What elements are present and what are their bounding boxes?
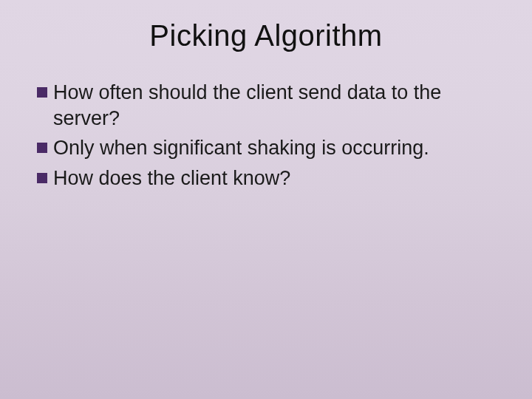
list-item: Only when significant shaking is occurri… xyxy=(37,135,495,161)
square-bullet-icon xyxy=(37,173,47,183)
slide-body: How often should the client send data to… xyxy=(37,80,495,195)
bullet-text: Only when significant shaking is occurri… xyxy=(53,135,495,161)
list-item: How often should the client send data to… xyxy=(37,80,495,131)
bullet-text: How does the client know? xyxy=(53,166,495,191)
bullet-text: How often should the client send data to… xyxy=(53,80,495,131)
square-bullet-icon xyxy=(37,87,47,98)
slide-title: Picking Algorithm xyxy=(0,19,532,52)
slide: Picking Algorithm How often should the c… xyxy=(0,0,532,399)
list-item: How does the client know? xyxy=(37,166,495,191)
square-bullet-icon xyxy=(37,143,47,153)
